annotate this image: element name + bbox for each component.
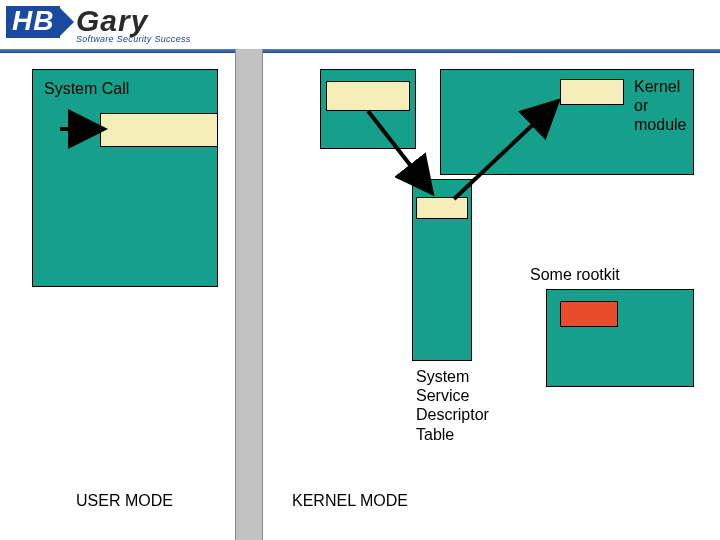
some-rootkit-label: Some rootkit bbox=[530, 265, 620, 284]
logo-gary-text: Gary bbox=[76, 4, 148, 38]
kernel-dispatch-slot bbox=[326, 81, 410, 111]
user-mode-label: USER MODE bbox=[76, 491, 173, 510]
user-call-slot bbox=[100, 113, 218, 147]
system-call-label: System Call bbox=[44, 79, 129, 98]
kernel-mode-label: KERNEL MODE bbox=[292, 491, 408, 510]
ssdt-slot bbox=[416, 197, 468, 219]
user-mode-process-box bbox=[32, 69, 218, 287]
kernel-module-slot bbox=[560, 79, 624, 105]
logo: HB Gary Software Security Success bbox=[6, 6, 196, 50]
diagram-stage: System Call Kernel or module System Serv… bbox=[0, 49, 720, 540]
logo-tagline: Software Security Success bbox=[76, 34, 191, 44]
mode-divider-bar bbox=[235, 49, 263, 540]
kernel-or-module-label: Kernel or module bbox=[634, 77, 686, 135]
logo-chevron-icon bbox=[58, 6, 74, 38]
rootkit-slot bbox=[560, 301, 618, 327]
ssdt-label: System Service Descriptor Table bbox=[416, 367, 489, 444]
logo-hb-text: HB bbox=[6, 6, 60, 38]
